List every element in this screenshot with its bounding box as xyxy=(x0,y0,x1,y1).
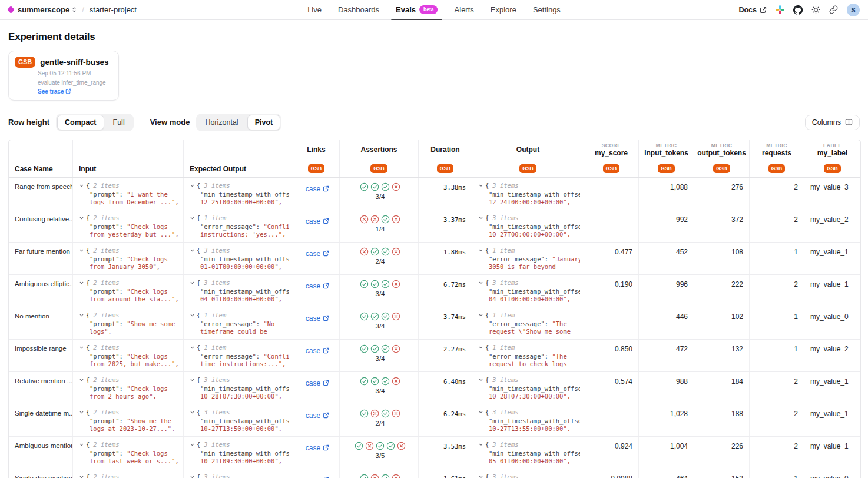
expand-row-icon[interactable] xyxy=(478,183,483,188)
cell-input: {2 items"prompt": "I want to seelogs fro… xyxy=(73,469,184,478)
json-item-count: 2 items xyxy=(93,344,119,351)
assertion-pass-icon xyxy=(381,312,390,321)
nav-item-label: Settings xyxy=(533,5,561,14)
json-item-count: 1 item xyxy=(492,344,515,351)
expand-row-icon[interactable] xyxy=(190,280,195,286)
case-link[interactable]: case xyxy=(306,411,329,420)
docs-link[interactable]: Docs xyxy=(738,6,767,14)
assertion-pass-icon xyxy=(355,442,363,450)
case-link[interactable]: case xyxy=(306,217,329,225)
assertion-fail-icon xyxy=(392,377,400,386)
expand-row-icon[interactable] xyxy=(79,474,84,478)
expand-row-icon[interactable] xyxy=(79,442,84,447)
github-icon[interactable] xyxy=(793,5,803,15)
theme-sun-icon[interactable] xyxy=(811,5,820,14)
expand-row-icon[interactable] xyxy=(478,215,483,221)
cell-output-tokens: 222 xyxy=(694,275,750,307)
row-height-label: Row height xyxy=(8,118,49,127)
nav-tab-alerts[interactable]: Alerts xyxy=(453,0,475,19)
expand-row-icon[interactable] xyxy=(190,410,195,415)
column-header-requests: METRICrequests xyxy=(750,140,804,160)
org-switcher[interactable]: summerscope xyxy=(18,5,77,14)
assertion-icons xyxy=(360,215,400,224)
expand-row-icon[interactable] xyxy=(79,313,84,318)
column-badge-cell-output_tokens: GSB xyxy=(694,160,750,177)
nav-tab-evals[interactable]: Evals beta xyxy=(395,0,439,19)
json-item-count: 2 items xyxy=(93,473,119,478)
experiment-badge[interactable]: GSB xyxy=(713,164,730,173)
expand-row-icon[interactable] xyxy=(478,248,483,253)
case-link[interactable]: case xyxy=(306,282,329,290)
cell-score: 0.850 xyxy=(584,340,639,371)
case-link[interactable]: case xyxy=(306,379,329,387)
case-link[interactable]: case xyxy=(306,347,329,355)
expand-row-icon[interactable] xyxy=(79,410,84,415)
case-link[interactable]: case xyxy=(306,185,329,193)
expand-row-icon[interactable] xyxy=(190,377,195,383)
see-trace-link[interactable]: See trace xyxy=(38,88,71,95)
case-link[interactable]: case xyxy=(306,314,329,323)
assertion-fail-icon xyxy=(365,442,374,450)
assertion-icons xyxy=(360,247,400,256)
segment-pivot[interactable]: Pivot xyxy=(247,115,281,130)
top-right-actions: Docs S xyxy=(738,4,860,16)
user-avatar[interactable]: S xyxy=(847,4,860,16)
experiment-badge[interactable]: GSB xyxy=(308,164,324,173)
experiment-badge[interactable]: GSB xyxy=(824,164,840,173)
expand-row-icon[interactable] xyxy=(190,183,195,188)
case-link[interactable]: case xyxy=(306,250,329,258)
segment-full[interactable]: Full xyxy=(105,115,132,130)
cell-duration: 6.72ms xyxy=(419,275,472,307)
nav-tab-live[interactable]: Live xyxy=(306,0,323,19)
share-link-icon[interactable] xyxy=(829,5,838,14)
cell-input: {2 items"prompt": "Check logsfrom 2025, … xyxy=(73,340,184,371)
experiment-badge: GSB xyxy=(15,57,35,68)
expand-row-icon[interactable] xyxy=(478,442,483,447)
cell-requests: 1 xyxy=(750,340,804,371)
expand-row-icon[interactable] xyxy=(478,345,483,350)
expand-row-icon[interactable] xyxy=(79,248,84,253)
json-item-count: 3 items xyxy=(204,441,230,448)
cell-output: {3 items"min_timestamp_with_offset"04-01… xyxy=(472,275,584,307)
columns-button[interactable]: Columns xyxy=(805,115,860,130)
nav-tab-settings[interactable]: Settings xyxy=(532,0,562,19)
expand-row-icon[interactable] xyxy=(79,345,84,350)
expand-row-icon[interactable] xyxy=(190,215,195,221)
experiment-badge[interactable]: GSB xyxy=(370,164,387,173)
slack-icon[interactable] xyxy=(776,5,784,14)
cell-input: {2 items"prompt": "Check logsfrom last w… xyxy=(73,437,184,469)
table-row: Far future mention {2 items"prompt": "Ch… xyxy=(9,243,860,275)
expand-row-icon[interactable] xyxy=(190,345,195,350)
nav-tab-dashboards[interactable]: Dashboards xyxy=(337,0,380,19)
expand-row-icon[interactable] xyxy=(478,377,483,383)
column-header-case_name: Case Name xyxy=(9,140,73,177)
case-link[interactable]: case xyxy=(306,444,329,452)
expand-row-icon[interactable] xyxy=(478,410,483,415)
experiment-badge[interactable]: GSB xyxy=(437,164,453,173)
experiment-badge[interactable]: GSB xyxy=(519,164,536,173)
expand-row-icon[interactable] xyxy=(190,474,195,478)
project-name[interactable]: starter-project xyxy=(90,5,137,14)
nav-tab-explore[interactable]: Explore xyxy=(489,0,518,19)
expand-row-icon[interactable] xyxy=(190,313,195,318)
segment-horizontal[interactable]: Horizontal xyxy=(197,115,246,130)
expand-row-icon[interactable] xyxy=(79,183,84,188)
expand-row-icon[interactable] xyxy=(79,215,84,221)
experiment-badge[interactable]: GSB xyxy=(658,164,674,173)
column-badge-cell-my_score: GSB xyxy=(584,160,639,177)
expand-row-icon[interactable] xyxy=(79,377,84,383)
expand-row-icon[interactable] xyxy=(79,280,84,286)
expand-row-icon[interactable] xyxy=(478,280,483,286)
experiment-badge[interactable]: GSB xyxy=(768,164,785,173)
assertion-pass-icon xyxy=(360,280,369,288)
expand-row-icon[interactable] xyxy=(478,313,483,318)
column-badge-cell-input_tokens: GSB xyxy=(639,160,694,177)
expand-row-icon[interactable] xyxy=(478,474,483,478)
json-item-count: 1 item xyxy=(204,214,226,221)
cell-score: 0.477 xyxy=(584,243,639,274)
segment-compact[interactable]: Compact xyxy=(57,115,104,130)
expand-row-icon[interactable] xyxy=(190,248,195,253)
expand-row-icon[interactable] xyxy=(190,442,195,447)
json-item-count: 1 item xyxy=(204,311,226,318)
experiment-badge[interactable]: GSB xyxy=(603,164,619,173)
